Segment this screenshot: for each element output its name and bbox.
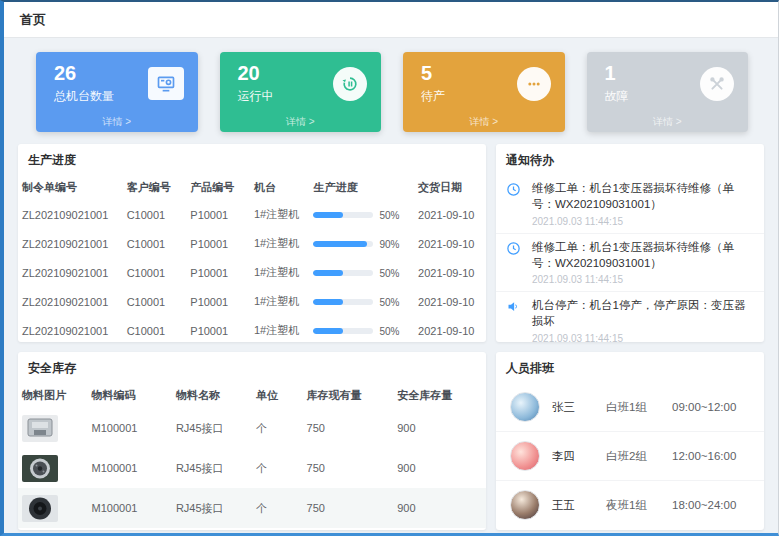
delivery-date: 2021-09-10: [414, 258, 486, 287]
avatar: [510, 441, 540, 471]
col-material-image: 物料图片: [18, 383, 88, 408]
detail-link[interactable]: 详情 >: [220, 115, 382, 129]
stat-card-running[interactable]: 20 运行中 详情 >: [220, 52, 382, 132]
table-header-row: 制令单编号 客户编号 产品编号 机台 生产进度 交货日期: [18, 175, 486, 200]
todo-time: 2021.09.03 11:44:15: [532, 216, 754, 227]
safety-stock: 900: [393, 488, 486, 528]
page-header: 首页: [4, 2, 778, 38]
material-image-cell: [18, 448, 88, 488]
delivery-date: 2021-09-10: [414, 229, 486, 258]
fault-icon: [700, 67, 734, 101]
stat-card-waiting[interactable]: 5 待产 详情 >: [403, 52, 565, 132]
customer-no: C10001: [123, 287, 187, 316]
shift-name: 夜班1组: [606, 498, 672, 513]
panel-title: 生产进度: [18, 144, 486, 175]
shift-name: 白班2组: [606, 449, 672, 464]
todo-item[interactable]: 维修工单：机台1变压器损坏待维修（单号：WX202109031001） 2021…: [496, 234, 764, 293]
safety-stock-panel: 安全库存 物料图片 物料编码 物料名称 单位 库存现有量 安全库存量: [18, 352, 486, 530]
machine: 1#注塑机: [250, 258, 310, 287]
schedule-row: 李四 白班2组 12:00~16:00: [496, 432, 764, 481]
staff-schedule-panel: 人员排班 张三 白班1组 09:00~12:00 李四 白班2组 12:00~1…: [496, 352, 764, 530]
product-no: P10001: [186, 258, 250, 287]
panel-grid: 生产进度 制令单编号 客户编号 产品编号 机台 生产进度 交货日期 ZL2021: [18, 144, 764, 530]
material-code: M100001: [88, 488, 172, 528]
order-no: ZL202109021001: [18, 316, 123, 342]
delivery-date: 2021-09-10: [414, 316, 486, 342]
clock-icon: [506, 181, 524, 227]
material-image-cell: [18, 488, 88, 528]
todo-time: 2021.09.03 11:44:15: [532, 333, 754, 342]
table-row: M100001 RJ45接口 个 750 900: [18, 488, 486, 528]
todo-item[interactable]: 维修工单：机台1变压器损坏待维修（单号：WX202109031001） 2021…: [496, 175, 764, 234]
todo-content: 维修工单：机台1变压器损坏待维修（单号：WX202109031001） 2021…: [532, 240, 754, 286]
todo-content: 维修工单：机台1变压器损坏待维修（单号：WX202109031001） 2021…: [532, 181, 754, 227]
customer-no: C10001: [123, 316, 187, 342]
todo-time: 2021.09.03 11:44:15: [532, 274, 754, 285]
machine: 1#注塑机: [250, 200, 310, 229]
order-no: ZL202109021001: [18, 258, 123, 287]
col-safety-stock: 安全库存量: [393, 383, 486, 408]
staff-name: 王五: [552, 498, 606, 513]
main-content: 26 总机台数量 详情 > 20 运行中 详情 >: [4, 38, 778, 530]
progress-cell: 50%: [309, 316, 414, 342]
order-no: ZL202109021001: [18, 287, 123, 316]
panel-title: 通知待办: [496, 144, 764, 175]
panel-title: 安全库存: [18, 352, 486, 383]
col-current-stock: 库存现有量: [303, 383, 394, 408]
current-stock: 750: [303, 448, 394, 488]
schedule-row: 张三 白班1组 09:00~12:00: [496, 383, 764, 432]
progress-cell: 50%: [309, 200, 414, 229]
progress-label: 50%: [379, 297, 399, 308]
unit: 个: [252, 408, 303, 448]
detail-link[interactable]: 详情 >: [587, 115, 749, 129]
material-name: RJ45接口: [172, 448, 252, 488]
detail-link[interactable]: 详情 >: [403, 115, 565, 129]
order-no: ZL202109021001: [18, 200, 123, 229]
shift-name: 白班1组: [606, 400, 672, 415]
machine: 1#注塑机: [250, 316, 310, 342]
page-title: 首页: [20, 11, 46, 29]
col-unit: 单位: [252, 383, 303, 408]
current-stock: 750: [303, 408, 394, 448]
current-stock: 750: [303, 488, 394, 528]
todo-content: 机台停产：机台1停产，停产原因：变压器损坏 2021.09.03 11:44:1…: [532, 298, 754, 342]
material-code: M100001: [88, 448, 172, 488]
running-icon: [333, 67, 367, 101]
table-row: ZL202109021001 C10001 P10001 1#注塑机 50% 2…: [18, 200, 486, 229]
avatar: [510, 490, 540, 520]
col-product-no: 产品编号: [186, 175, 250, 200]
todo-text: 维修工单：机台1变压器损坏待维修（单号：WX202109031001）: [532, 240, 754, 272]
col-order-no: 制令单编号: [18, 175, 123, 200]
stat-card-fault[interactable]: 1 故障 详情 >: [587, 52, 749, 132]
todo-item[interactable]: 机台停产：机台1停产，停产原因：变压器损坏 2021.09.03 11:44:1…: [496, 292, 764, 342]
production-progress-panel: 生产进度 制令单编号 客户编号 产品编号 机台 生产进度 交货日期 ZL2021: [18, 144, 486, 342]
col-progress: 生产进度: [309, 175, 414, 200]
inventory-table: 物料图片 物料编码 物料名称 单位 库存现有量 安全库存量: [18, 383, 486, 528]
material-name: RJ45接口: [172, 488, 252, 528]
progress-cell: 50%: [309, 258, 414, 287]
staff-name: 张三: [552, 400, 606, 415]
progress-label: 90%: [379, 239, 399, 250]
table-row: ZL202109021001 C10001 P10001 1#注塑机 50% 2…: [18, 287, 486, 316]
stat-card-total-machines[interactable]: 26 总机台数量 详情 >: [36, 52, 198, 132]
speaker-part-image: [22, 495, 58, 522]
customer-no: C10001: [123, 200, 187, 229]
progress-label: 50%: [379, 210, 399, 221]
material-image-cell: [18, 408, 88, 448]
progress-bar: [313, 299, 373, 305]
panel-title: 人员排班: [496, 352, 764, 383]
rj45-connector-image: [22, 415, 58, 442]
detail-link[interactable]: 详情 >: [36, 115, 198, 129]
progress-cell: 90%: [309, 229, 414, 258]
machine: 1#注塑机: [250, 287, 310, 316]
progress-bar: [313, 328, 373, 334]
progress-label: 50%: [379, 268, 399, 279]
col-delivery-date: 交货日期: [414, 175, 486, 200]
progress-cell: 50%: [309, 287, 414, 316]
stat-cards: 26 总机台数量 详情 > 20 运行中 详情 >: [18, 48, 764, 132]
customer-no: C10001: [123, 229, 187, 258]
col-machine: 机台: [250, 175, 310, 200]
table-row: M100001 RJ45接口 个 750 900: [18, 448, 486, 488]
col-customer-no: 客户编号: [123, 175, 187, 200]
progress-label: 50%: [379, 326, 399, 337]
